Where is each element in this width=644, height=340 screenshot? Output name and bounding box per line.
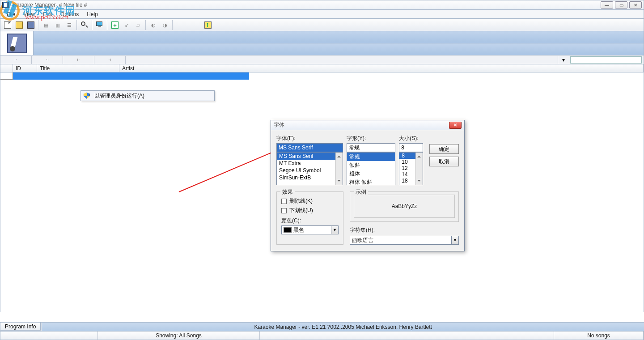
font-size-list[interactable]: 8 10 12 14 18 24 [399,152,423,185]
effects-group: 效果 删除线(K) 下划线(U) 颜色(C): 黑色 ▼ [276,191,343,245]
tab-program-info[interactable]: Program Info [0,323,41,331]
window-titlebar: -Karaoke Manager- # New file # — ▭ ✕ [0,0,644,10]
new-file-icon [4,21,11,29]
color-label: 颜色(C): [281,217,339,225]
list-item[interactable]: MS Sans Serif [277,153,335,160]
chevron-down-icon[interactable]: ▼ [452,236,459,245]
info-row-top [34,31,644,43]
scrollbar[interactable] [415,153,423,185]
generic-icon: ◑ [161,21,169,29]
info-strip [0,31,644,55]
status-cell-1 [0,332,98,340]
list-item[interactable]: 24 [399,184,415,185]
list-item[interactable]: 常规 [347,153,395,161]
color-combo[interactable]: 黑色 ▼ [281,225,339,234]
list-item[interactable]: Segoe UI Symbol [277,167,335,174]
column-header-id[interactable]: ID [13,64,37,72]
toolbar-save-button[interactable] [25,20,36,30]
cancel-button[interactable]: 取消 [429,157,459,166]
toolbar-btn-13[interactable]: ◑ [160,20,170,30]
toolbar-add-button[interactable]: + [110,20,120,30]
info-row-bottom [34,43,644,55]
nav-tab-last[interactable]: ⋅ı [94,56,126,64]
toolbar-btn-6[interactable]: ☰ [64,20,75,30]
generic-icon: ☰ [66,21,73,29]
ok-button[interactable]: 确定 [429,144,459,154]
context-menu-run-as-admin[interactable]: 以管理员身份运行(A) [81,91,214,101]
sample-group: 示例 AaBbYyZz [350,191,459,222]
column-header-title[interactable]: Title [37,64,119,72]
menu-view[interactable]: View [20,10,38,18]
toolbar-separator [145,20,146,30]
minimize-button[interactable]: — [601,1,613,8]
font-style-input[interactable]: 常规 [347,143,395,152]
toolbar-open-button[interactable] [14,20,25,30]
toolbar-btn-10[interactable]: ↙ [121,20,132,30]
font-style-list[interactable]: 常规 倾斜 粗体 粗体 倾斜 [347,152,395,185]
list-item[interactable]: 14 [399,171,415,178]
row-indicator-cell [0,72,13,80]
toolbar-exit-button[interactable] [203,20,213,30]
generic-icon: ▤ [42,21,50,29]
column-header-blank[interactable] [0,64,13,72]
search-icon [81,21,88,29]
font-dialog-titlebar[interactable]: 字体 ✕ [271,120,464,130]
toolbar-new-button[interactable] [2,20,13,30]
nav-tab-prev[interactable]: ⋅ı [32,56,63,64]
font-style-label: 字形(Y): [347,135,395,142]
save-icon [27,21,34,29]
menu-file[interactable]: File [3,10,19,18]
status-bar: Showing: All Songs No songs [0,331,644,340]
toolbar-display-button[interactable] [94,20,105,30]
toolbar-btn-4[interactable]: ▤ [41,20,51,30]
nav-tab-strip: ı⋅ ⋅ı ı⋅ ⋅ı ▾ [0,55,644,64]
scrollbar[interactable] [335,153,343,185]
quick-search-input[interactable] [570,56,642,64]
chevron-down-icon[interactable]: ▼ [331,225,339,234]
menu-bar: File View Edit Options Help [0,10,644,19]
column-header-artist[interactable]: Artist [119,64,644,72]
app-icon [2,2,8,8]
filter-button[interactable]: ▾ [558,56,568,64]
list-item[interactable]: 10 [399,159,415,165]
font-name-list[interactable]: MS Sans Serif MT Extra Segoe UI Symbol S… [276,152,343,185]
menu-options[interactable]: Options [57,10,82,18]
list-item[interactable]: 8 [399,153,415,159]
script-combo[interactable]: 西欧语言 ▼ [350,236,459,245]
font-name-input[interactable]: MS Sans Serif [276,143,343,152]
sample-preview: AaBbYyZz [354,195,455,218]
list-item[interactable]: 倾斜 [347,161,395,170]
close-button[interactable]: ✕ [629,1,642,8]
checkbox-icon [281,208,287,213]
checkbox-icon [281,199,287,204]
table-row[interactable] [0,72,644,80]
toolbar-separator [172,20,173,30]
toolbar-search-button[interactable] [79,20,90,30]
list-item[interactable]: 12 [399,165,415,171]
list-item[interactable]: 18 [399,178,415,184]
menu-edit[interactable]: Edit [39,10,56,18]
toolbar-btn-5[interactable]: ▥ [52,20,63,30]
maximize-button[interactable]: ▭ [615,1,627,8]
context-menu-label: 以管理员身份运行(A) [94,92,144,100]
toolbar-separator [76,20,77,30]
font-dialog-close-button[interactable]: ✕ [449,122,462,129]
generic-icon: ↙ [123,21,130,29]
strikeout-checkbox-row[interactable]: 删除线(K) [281,197,339,205]
row-cell-artist [119,72,249,80]
nav-tab-first[interactable]: ı⋅ [0,56,32,64]
toolbar-btn-11[interactable]: ▱ [133,20,144,30]
window-title: -Karaoke Manager- # New file # [11,2,601,8]
nav-tab-next[interactable]: ı⋅ [63,56,94,64]
toolbar-btn-12[interactable]: ◐ [148,20,159,30]
underline-label: 下划线(U) [289,207,313,214]
exit-icon [204,21,212,29]
list-item[interactable]: MT Extra [277,160,335,167]
font-label: 字体(F): [276,135,343,142]
list-item[interactable]: 粗体 [347,170,395,178]
menu-help[interactable]: Help [83,10,102,18]
font-size-input[interactable]: 8 [399,143,423,152]
list-item[interactable]: 粗体 倾斜 [347,178,395,185]
list-item[interactable]: SimSun-ExtB [277,174,335,181]
underline-checkbox-row[interactable]: 下划线(U) [281,207,339,214]
